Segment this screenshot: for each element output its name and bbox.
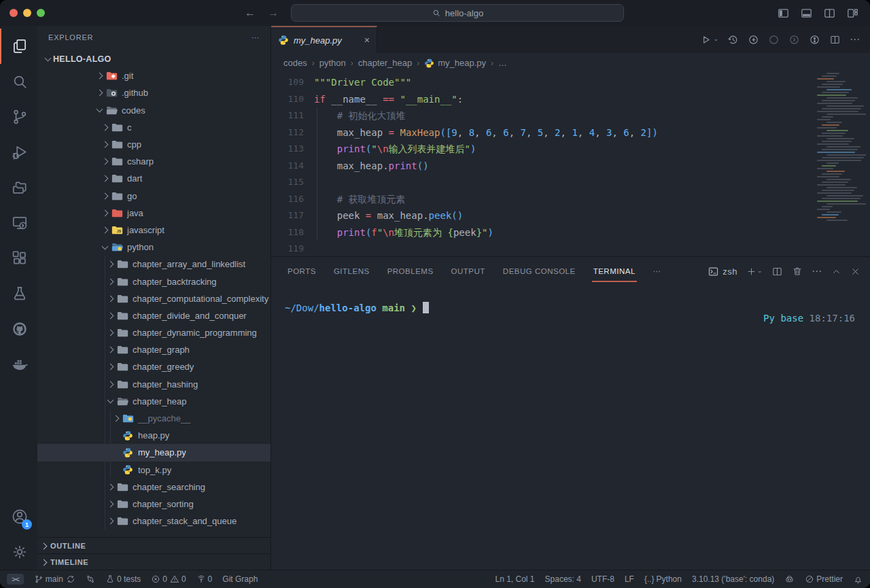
kill-terminal-icon[interactable] — [792, 266, 803, 277]
breadcrumb-python[interactable]: python — [319, 58, 346, 68]
tree-item-javascript[interactable]: JSjavascript — [37, 222, 271, 239]
zoom-window-button[interactable] — [37, 9, 45, 17]
section-timeline[interactable]: TIMELINE — [37, 553, 271, 570]
status-cursor-position[interactable]: Ln 1, Col 1 — [495, 574, 534, 584]
breadcrumb--[interactable]: … — [498, 58, 507, 68]
tree-item-codes[interactable]: codes — [37, 102, 271, 119]
status-tests[interactable]: 0 tests — [105, 574, 141, 584]
status-python-interpreter[interactable]: 3.10.13 ('base': conda) — [692, 574, 774, 584]
activity-item-file-folders[interactable] — [0, 170, 37, 205]
code-line-110[interactable]: 110if __name__ == "__main__": — [271, 91, 870, 108]
command-center-search[interactable]: hello-algo — [291, 4, 624, 22]
tree-item-chapter-stack-and-queue[interactable]: chapter_stack_and_queue — [37, 513, 271, 530]
status-problems[interactable]: 00 — [151, 574, 186, 584]
code-line-117[interactable]: 117 peek = max_heap.peek() — [271, 207, 870, 224]
tree-item-chapter-heap[interactable]: chapter_heap — [37, 393, 271, 410]
panel-tab-problems[interactable]: PROBLEMS — [387, 257, 434, 286]
tree-item-chapter-divide-and-conquer[interactable]: chapter_divide_and_conquer — [37, 307, 271, 324]
status-git-graph[interactable]: Git Graph — [222, 574, 258, 584]
forward-icon[interactable]: → — [268, 7, 279, 19]
tree-item-chapter-sorting[interactable]: chapter_sorting — [37, 496, 271, 513]
activity-item-extensions[interactable] — [0, 241, 37, 276]
file-history-icon[interactable] — [727, 34, 739, 46]
activity-item-explorer[interactable] — [0, 29, 37, 64]
activity-item-accounts[interactable]: 1 — [0, 499, 37, 534]
close-panel-icon[interactable] — [850, 266, 860, 277]
next-change-icon[interactable] — [788, 34, 800, 46]
activity-item-docker[interactable] — [0, 347, 37, 382]
status-eol[interactable]: LF — [625, 574, 634, 584]
tree-item-top-k-py[interactable]: top_k.py — [37, 462, 271, 479]
code-editor[interactable]: 109"""Driver Code"""110if __name__ == "_… — [271, 73, 870, 256]
section-outline[interactable]: OUTLINE — [37, 537, 271, 553]
tree-item-cpp[interactable]: cpp — [37, 136, 271, 153]
tree-root-hello-algo[interactable]: HELLO-ALGO — [37, 50, 271, 67]
tree-item-heap-py[interactable]: heap.py — [37, 427, 271, 444]
tree-item-c[interactable]: c — [37, 119, 271, 136]
split-layout-icon[interactable] — [823, 7, 836, 20]
tree-item-chapter-searching[interactable]: chapter_searching — [37, 479, 271, 496]
code-line-111[interactable]: 111 # 初始化大顶堆 — [271, 107, 870, 124]
back-icon[interactable]: ← — [245, 7, 256, 19]
tree-item-chapter-backtracking[interactable]: chapter_backtracking — [37, 273, 271, 290]
status-git-compare[interactable] — [86, 574, 95, 584]
minimap[interactable] — [817, 73, 866, 229]
panel-tab-ports[interactable]: PORTS — [288, 257, 316, 286]
breadcrumb-codes[interactable]: codes — [283, 58, 307, 68]
panel-tab-gitlens[interactable]: GITLENS — [334, 257, 370, 286]
code-line-109[interactable]: 109"""Driver Code""" — [271, 74, 870, 91]
status-indentation[interactable]: Spaces: 4 — [545, 574, 581, 584]
sidebar-more-actions-icon[interactable]: ⋯ — [251, 33, 260, 42]
code-line-116[interactable]: 116 # 获取堆顶元素 — [271, 191, 870, 208]
tree-item-chapter-hashing[interactable]: chapter_hashing — [37, 376, 271, 393]
tab-my-heap[interactable]: my_heap.py × — [271, 26, 377, 53]
activity-item-github[interactable] — [0, 311, 37, 347]
tree-item--pycache-[interactable]: __pycache__ — [37, 410, 271, 427]
status-language-mode[interactable]: {..}Python — [644, 574, 682, 584]
activity-item-search[interactable] — [0, 64, 37, 99]
activity-item-testing[interactable] — [0, 276, 37, 311]
tree-item-chapter-graph[interactable]: chapter_graph — [37, 341, 271, 358]
tree-item-go[interactable]: go — [37, 188, 271, 205]
panel-more-tabs-icon[interactable]: ⋯ — [653, 266, 661, 276]
tree-item--git[interactable]: .git — [37, 67, 271, 84]
status-ports[interactable]: 0 — [196, 574, 213, 584]
activity-item-run-debug[interactable] — [0, 135, 37, 170]
activity-item-settings[interactable] — [0, 534, 37, 570]
terminal-shell-selector[interactable]: zsh — [708, 266, 737, 277]
tree-item--github[interactable]: .github — [37, 84, 271, 101]
tree-item-csharp[interactable]: csharp — [37, 153, 271, 170]
more-actions-icon[interactable]: ⋯ — [850, 33, 860, 46]
tree-item-chapter-greedy[interactable]: chapter_greedy — [37, 358, 271, 375]
status-prettier[interactable]: Prettier — [805, 574, 843, 584]
new-terminal-icon[interactable]: ⌄ — [746, 266, 763, 277]
split-editor-icon[interactable] — [829, 34, 841, 46]
tree-item-my-heap-py[interactable]: my_heap.py — [37, 444, 271, 461]
status-copilot[interactable] — [784, 574, 795, 585]
previous-change-icon[interactable] — [748, 34, 759, 46]
tree-item-chapter-array-and-linkedlist[interactable]: chapter_array_and_linkedlist — [37, 256, 271, 273]
status-git-branch[interactable]: main — [34, 574, 75, 584]
breadcrumb-my-heap-py[interactable]: my_heap.py — [424, 58, 486, 68]
code-line-119[interactable]: 119 — [271, 241, 870, 256]
customize-layout-icon[interactable] — [846, 7, 859, 20]
breadcrumb-chapter-heap[interactable]: chapter_heap — [358, 58, 413, 68]
tree-item-dart[interactable]: dart — [37, 170, 271, 187]
maximize-panel-icon[interactable] — [831, 266, 841, 277]
tree-item-chapter-computational-complexity[interactable]: chapter_computational_complexity — [37, 290, 271, 307]
tree-item-python[interactable]: python — [37, 239, 271, 256]
code-line-112[interactable]: 112 max_heap = MaxHeap([9, 8, 6, 6, 7, 5… — [271, 124, 870, 141]
status-encoding[interactable]: UTF-8 — [591, 574, 614, 584]
close-tab-icon[interactable]: × — [364, 35, 370, 46]
status-notifications[interactable] — [853, 574, 863, 585]
activity-item-remote-explorer[interactable] — [0, 205, 37, 241]
code-line-118[interactable]: 118 print(f"\n堆顶元素为 {peek}") — [271, 224, 870, 241]
close-window-button[interactable] — [10, 9, 18, 17]
panel-tab-debug-console[interactable]: DEBUG CONSOLE — [503, 257, 576, 286]
terminal[interactable]: ~/Dow/hello-algo main ❯ Py base 18:17:16 — [271, 286, 870, 570]
code-line-114[interactable]: 114 max_heap.print() — [271, 158, 870, 175]
panel-tab-output[interactable]: OUTPUT — [451, 257, 485, 286]
code-line-113[interactable]: 113 print("\n输入列表并建堆后") — [271, 141, 870, 158]
commit-graph-icon[interactable] — [809, 34, 820, 46]
terminal-more-icon[interactable]: ⋯ — [812, 265, 822, 277]
